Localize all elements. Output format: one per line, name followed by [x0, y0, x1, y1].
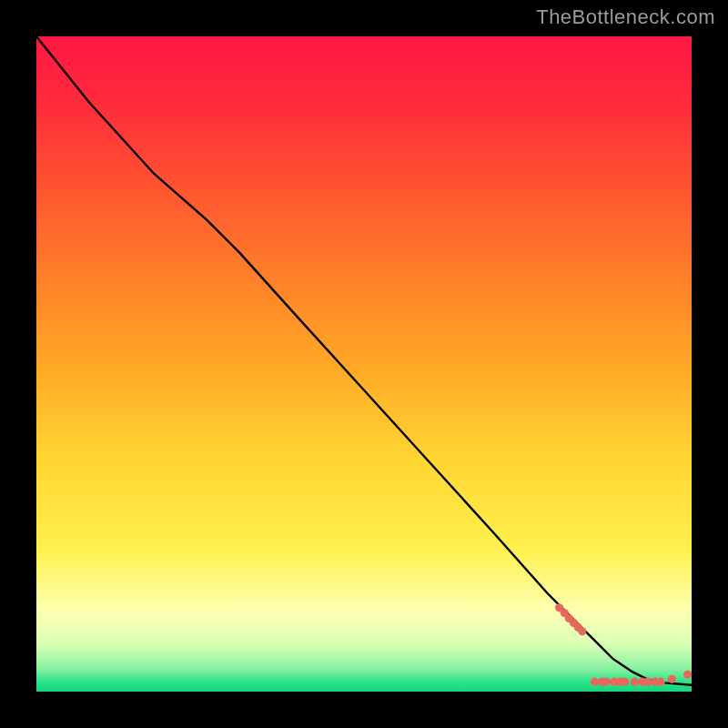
watermark-text: TheBottleneck.com	[536, 5, 715, 29]
scatter-dot	[591, 678, 599, 686]
scatter-dot	[668, 675, 676, 683]
plot-area	[36, 36, 692, 692]
chart-frame: TheBottleneck.com	[0, 0, 728, 728]
scatter-dot	[683, 671, 692, 679]
scatter-dot	[578, 627, 586, 635]
chart-overlay	[36, 36, 692, 692]
scatter-dot	[631, 678, 639, 686]
curve-line	[36, 36, 692, 685]
scatter-dot	[602, 678, 611, 686]
scatter-dot	[643, 678, 652, 686]
scatter-dot	[657, 678, 665, 686]
scatter-dots	[555, 603, 692, 686]
scatter-dot	[621, 678, 629, 686]
